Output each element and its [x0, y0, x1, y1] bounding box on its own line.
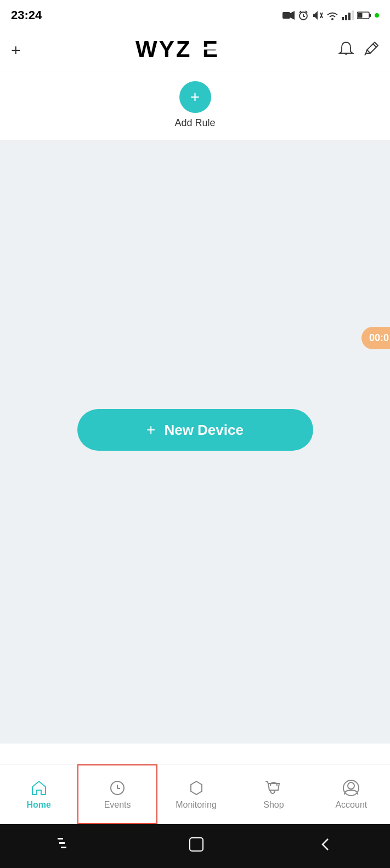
pencil-svg [364, 41, 379, 56]
svg-rect-31 [190, 838, 203, 851]
main-content: 00:0 + New Device [0, 140, 390, 744]
timer-bubble[interactable]: 00:0 [361, 327, 390, 349]
svg-rect-0 [282, 12, 290, 19]
svg-rect-28 [58, 838, 63, 839]
status-time: 23:24 [11, 8, 42, 22]
nav-label-monitoring: Monitoring [176, 800, 217, 810]
nav-label-account: Account [335, 800, 367, 810]
svg-point-26 [348, 782, 354, 789]
android-nav [0, 824, 390, 868]
mute-icon [312, 10, 323, 21]
edit-icon[interactable] [364, 41, 379, 60]
svg-line-20 [367, 50, 370, 53]
battery-icon [357, 12, 371, 19]
nav-item-monitoring[interactable]: Monitoring [157, 764, 235, 824]
nav-label-events: Events [104, 800, 131, 810]
add-rule-section: + Add Rule [0, 71, 390, 140]
nav-label-home: Home [26, 800, 50, 810]
wyze-logo-svg: WYZ E [135, 35, 223, 61]
add-rule-button[interactable]: + [179, 81, 211, 113]
signal-icon [342, 10, 354, 20]
android-home-icon [189, 837, 204, 852]
header-right-icons [338, 41, 379, 60]
home-icon [30, 779, 48, 797]
status-icons [282, 10, 379, 21]
svg-text:WYZ: WYZ [135, 36, 191, 61]
header-add-button[interactable]: + [11, 41, 21, 60]
svg-marker-1 [290, 11, 295, 20]
svg-rect-29 [59, 842, 65, 844]
nav-item-account[interactable]: Account [313, 764, 390, 824]
recent-icon [58, 838, 74, 851]
bottom-nav: Home Events Monitoring Shop [0, 764, 390, 824]
green-dot [375, 13, 379, 18]
nav-item-events[interactable]: Events [77, 764, 157, 824]
new-device-plus-icon: + [146, 421, 155, 439]
android-back-button[interactable] [319, 837, 332, 855]
svg-rect-13 [352, 10, 354, 20]
alarm-icon [298, 10, 309, 21]
status-bar: 23:24 [0, 0, 390, 30]
svg-point-9 [331, 18, 334, 20]
camera-icon [282, 10, 295, 20]
account-icon [342, 779, 360, 797]
android-recent-button[interactable] [58, 838, 74, 854]
svg-rect-10 [342, 17, 344, 20]
bell-svg [338, 41, 354, 56]
svg-rect-12 [348, 13, 351, 20]
new-device-label: New Device [164, 422, 244, 439]
add-rule-label: Add Rule [174, 117, 215, 129]
events-icon [109, 779, 126, 797]
notification-icon[interactable] [338, 41, 354, 60]
svg-line-22 [365, 53, 366, 55]
nav-label-shop: Shop [263, 800, 284, 810]
svg-rect-11 [345, 15, 347, 20]
nav-item-home[interactable]: Home [0, 764, 77, 824]
add-rule-plus-icon: + [190, 89, 200, 105]
back-icon [319, 837, 332, 852]
svg-rect-16 [358, 13, 363, 18]
svg-rect-15 [369, 14, 371, 17]
shop-icon [265, 779, 282, 797]
nav-item-shop[interactable]: Shop [235, 764, 312, 824]
svg-line-21 [373, 44, 376, 47]
wifi-icon [326, 10, 338, 20]
monitoring-icon [188, 779, 205, 797]
svg-rect-30 [61, 847, 66, 848]
android-home-button[interactable] [189, 837, 204, 855]
new-device-button[interactable]: + New Device [77, 409, 313, 451]
wyze-logo: WYZ E [135, 35, 223, 66]
header: + WYZ E [0, 30, 390, 71]
